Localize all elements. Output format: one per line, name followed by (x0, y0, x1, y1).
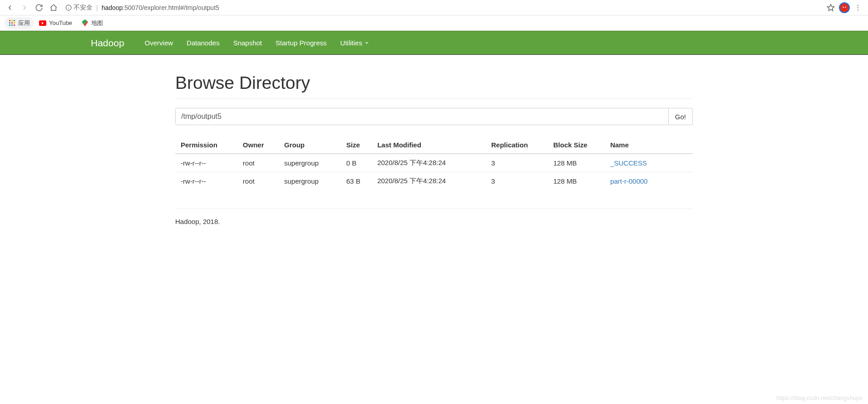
url-host: hadoop (102, 4, 123, 11)
navbar-brand[interactable]: Hadoop (91, 38, 124, 49)
reload-button[interactable] (33, 1, 45, 14)
bookmark-maps-label: 地图 (91, 19, 103, 27)
svg-point-8 (858, 10, 858, 10)
info-icon (65, 5, 72, 11)
path-input[interactable] (175, 108, 669, 125)
th-permission: Permission (175, 136, 237, 154)
svg-point-7 (858, 7, 858, 8)
cell-block-size: 128 MB (548, 172, 605, 190)
bookmark-youtube-label: YouTube (49, 19, 72, 26)
nav-startup-progress[interactable]: Startup Progress (269, 31, 334, 55)
insecure-label: 不安全 (74, 4, 93, 12)
youtube-icon (39, 19, 46, 27)
bookmark-apps-label: 应用 (18, 19, 30, 27)
page-header: Browse Directory (175, 73, 693, 99)
chevron-down-icon (365, 42, 369, 44)
nav-utilities-label: Utilities (340, 39, 362, 47)
forward-button[interactable] (18, 1, 31, 14)
cell-owner: root (237, 154, 279, 172)
file-link[interactable]: _SUCCESS (610, 159, 647, 167)
url-path: :50070/explorer.html#/tmp/output5 (123, 4, 219, 11)
svg-point-4 (843, 6, 844, 7)
back-button[interactable] (4, 1, 16, 14)
th-block-size: Block Size (548, 136, 605, 154)
apps-icon (8, 19, 15, 27)
maps-icon (81, 19, 89, 27)
cell-last-modified: 2020/8/25 下午4:28:24 (372, 172, 486, 190)
footer-text: Hadoop, 2018. (175, 218, 693, 225)
file-link[interactable]: part-r-00000 (610, 177, 648, 185)
cell-size: 63 B (341, 172, 372, 190)
cell-last-modified: 2020/8/25 下午4:28:24 (372, 154, 486, 172)
go-button[interactable]: Go! (669, 108, 693, 125)
nav-datanodes[interactable]: Datanodes (180, 31, 227, 55)
th-last-modified: Last Modified (372, 136, 486, 154)
th-replication: Replication (486, 136, 548, 154)
table-row: -rw-r--r--rootsupergroup0 B2020/8/25 下午4… (175, 154, 693, 172)
svg-point-5 (845, 6, 846, 7)
bookmark-apps[interactable]: 应用 (5, 17, 34, 29)
star-button[interactable] (824, 1, 837, 14)
home-button[interactable] (47, 1, 60, 14)
cell-permission: -rw-r--r-- (175, 172, 237, 190)
nav-utilities[interactable]: Utilities (334, 31, 375, 55)
bookmark-youtube[interactable]: YouTube (35, 18, 76, 29)
cell-owner: root (237, 172, 279, 190)
cell-replication: 3 (486, 154, 548, 172)
page-title: Browse Directory (175, 73, 693, 93)
th-owner: Owner (237, 136, 279, 154)
hadoop-navbar: Hadoop Overview Datanodes Snapshot Start… (0, 31, 868, 55)
path-input-group: Go! (175, 108, 693, 125)
footer-divider (175, 208, 693, 209)
profile-avatar[interactable] (839, 2, 850, 13)
nav-snapshot[interactable]: Snapshot (227, 31, 269, 55)
browser-toolbar: 不安全 | hadoop:50070/explorer.html#/tmp/ou… (0, 0, 868, 15)
table-row: -rw-r--r--rootsupergroup63 B2020/8/25 下午… (175, 172, 693, 190)
menu-button[interactable] (852, 1, 864, 14)
svg-point-6 (858, 5, 858, 5)
cell-size: 0 B (341, 154, 372, 172)
cell-name: _SUCCESS (605, 154, 693, 172)
th-size: Size (341, 136, 372, 154)
th-group: Group (279, 136, 341, 154)
th-name: Name (605, 136, 693, 154)
cell-block-size: 128 MB (548, 154, 605, 172)
cell-replication: 3 (486, 172, 548, 190)
svg-marker-3 (828, 4, 834, 10)
cell-group: supergroup (279, 172, 341, 190)
nav-overview[interactable]: Overview (138, 31, 180, 55)
directory-table: Permission Owner Group Size Last Modifie… (175, 136, 693, 190)
address-bar[interactable]: 不安全 | hadoop:50070/explorer.html#/tmp/ou… (65, 1, 819, 14)
cell-permission: -rw-r--r-- (175, 154, 237, 172)
cell-name: part-r-00000 (605, 172, 693, 190)
cell-group: supergroup (279, 154, 341, 172)
bookmarks-bar: 应用 YouTube 地图 (0, 15, 868, 31)
bookmark-maps[interactable]: 地图 (78, 17, 107, 29)
table-header-row: Permission Owner Group Size Last Modifie… (175, 136, 693, 154)
